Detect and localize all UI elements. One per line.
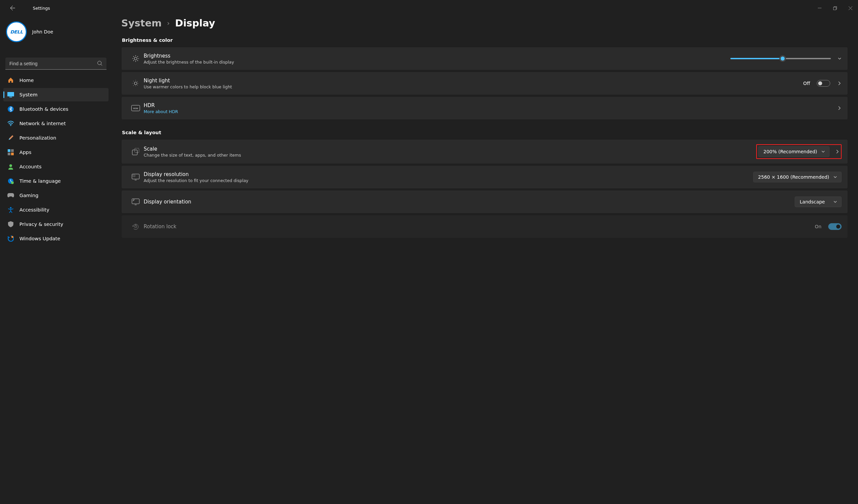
sidebar-item-bluetooth[interactable]: Bluetooth & devices [3, 102, 109, 116]
chevron-down-icon [821, 150, 825, 153]
card-resolution[interactable]: Display resolution Adjust the resolution… [121, 165, 848, 189]
sidebar-item-label: Personalization [19, 135, 56, 141]
breadcrumb: System › Display [121, 17, 848, 29]
orientation-dropdown[interactable]: Landscape [795, 196, 842, 207]
sidebar-item-gaming[interactable]: Gaming [3, 189, 109, 202]
card-scale[interactable]: Scale Change the size of text, apps, and… [121, 139, 848, 164]
minimize-button[interactable] [812, 1, 827, 15]
svg-point-10 [10, 164, 12, 167]
rotation-lock-toggle [828, 223, 842, 230]
svg-point-14 [11, 236, 13, 238]
sidebar-item-privacy[interactable]: Privacy & security [3, 217, 109, 231]
slider-thumb[interactable] [779, 55, 786, 62]
avatar: DELL [6, 21, 27, 42]
nightlight-icon [128, 80, 144, 87]
svg-rect-8 [8, 152, 10, 155]
update-icon [7, 235, 14, 242]
sidebar-item-system[interactable]: System [3, 88, 109, 101]
apps-icon [7, 149, 14, 156]
sidebar-item-label: System [19, 92, 37, 97]
back-button[interactable] [6, 1, 19, 15]
clock-globe-icon [7, 178, 14, 184]
sidebar-item-label: Accounts [19, 164, 42, 169]
nav: Home System Bluetooth & devices Network … [3, 74, 109, 245]
svg-point-5 [10, 125, 11, 126]
svg-rect-23 [132, 199, 139, 204]
svg-rect-6 [8, 149, 10, 152]
sidebar-item-accounts[interactable]: Accounts [3, 160, 109, 173]
toggle-label: On [815, 224, 822, 229]
svg-point-16 [134, 82, 137, 85]
sidebar-item-home[interactable]: Home [3, 74, 109, 87]
card-title: HDR [144, 102, 837, 109]
highlight-annotation: 200% (Recommended) [756, 144, 842, 159]
resolution-dropdown[interactable]: 2560 × 1600 (Recommended) [753, 172, 842, 182]
card-hdr[interactable]: HDR HDR More about HDR [121, 96, 848, 120]
username: John Doe [32, 29, 53, 34]
shield-icon [7, 221, 14, 228]
sidebar-item-update[interactable]: Windows Update [3, 232, 109, 245]
card-title: Scale [144, 146, 756, 152]
card-orientation[interactable]: Display orientation Landscape [121, 190, 848, 213]
chevron-down-icon[interactable] [838, 56, 842, 61]
toggle-label: Off [803, 81, 810, 86]
close-button[interactable] [843, 1, 858, 15]
sidebar-item-label: Windows Update [19, 236, 60, 241]
sidebar-item-time[interactable]: Time & language [3, 174, 109, 188]
system-icon [7, 91, 14, 98]
svg-rect-9 [11, 152, 14, 155]
maximize-icon [833, 6, 837, 10]
sidebar-item-network[interactable]: Network & internet [3, 117, 109, 130]
sidebar-item-label: Time & language [19, 178, 61, 184]
profile-block[interactable]: DELL John Doe [3, 19, 109, 48]
card-subtitle: Use warmer colors to help block blue lig… [144, 84, 803, 90]
svg-rect-22 [133, 175, 135, 177]
page-title: Display [175, 17, 215, 29]
svg-rect-0 [833, 7, 836, 10]
svg-point-15 [134, 57, 137, 60]
svg-point-13 [10, 207, 12, 209]
hdr-link[interactable]: More about HDR [144, 109, 837, 114]
svg-rect-2 [7, 92, 14, 96]
chevron-right-icon[interactable] [835, 149, 840, 154]
hdr-icon: HDR [128, 105, 144, 111]
chevron-right-icon[interactable] [837, 81, 842, 86]
brightness-slider[interactable] [730, 58, 831, 59]
sidebar-item-label: Accessibility [19, 207, 49, 212]
wifi-icon [7, 120, 14, 127]
sidebar-item-personalization[interactable]: Personalization [3, 131, 109, 145]
card-brightness[interactable]: Brightness Adjust the brightness of the … [121, 47, 848, 70]
search-icon [97, 61, 102, 67]
section-heading-scale: Scale & layout [122, 130, 848, 135]
bluetooth-icon [7, 106, 14, 112]
card-subtitle: Change the size of text, apps, and other… [144, 152, 756, 158]
scale-icon [128, 148, 144, 155]
chevron-right-icon: › [167, 19, 170, 27]
search-wrapper [5, 58, 107, 70]
lock-rotation-icon [128, 223, 144, 230]
resolution-icon [128, 174, 144, 180]
window-controls [812, 1, 858, 15]
chevron-right-icon[interactable] [837, 106, 842, 111]
close-icon [848, 6, 852, 10]
accessibility-icon [7, 207, 14, 213]
paintbrush-icon [7, 134, 14, 141]
search-input[interactable] [5, 58, 107, 70]
sidebar: DELL John Doe Home System Bluetooth & de… [0, 16, 111, 504]
sidebar-item-accessibility[interactable]: Accessibility [3, 203, 109, 216]
svg-rect-7 [11, 149, 14, 152]
dropdown-value: 200% (Recommended) [763, 149, 817, 154]
home-icon [7, 77, 14, 84]
nightlight-toggle[interactable] [817, 80, 830, 87]
content: System › Display Brightness & color Brig… [111, 16, 858, 504]
breadcrumb-parent[interactable]: System [121, 17, 162, 29]
gamepad-icon [7, 192, 14, 199]
card-nightlight[interactable]: Night light Use warmer colors to help bl… [121, 71, 848, 95]
svg-rect-21 [132, 174, 139, 179]
sidebar-item-apps[interactable]: Apps [3, 146, 109, 159]
minimize-icon [818, 6, 822, 10]
scale-dropdown[interactable]: 200% (Recommended) [758, 146, 829, 157]
maximize-button[interactable] [827, 1, 843, 15]
sidebar-item-label: Bluetooth & devices [19, 107, 68, 112]
svg-rect-3 [10, 97, 12, 97]
